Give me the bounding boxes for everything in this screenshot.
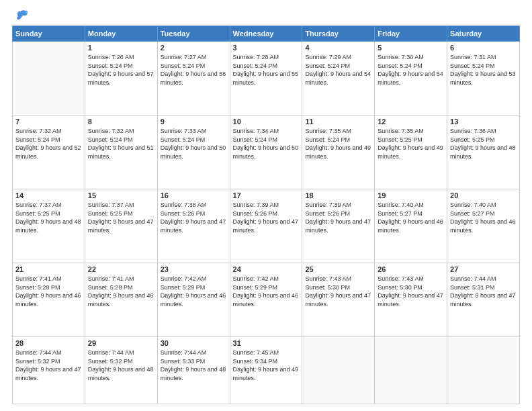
day-number: 3 [233,44,300,52]
sunrise-label: Sunrise: 7:37 AM [88,201,134,208]
calendar-cell: 25Sunrise: 7:43 AMSunset: 5:30 PMDayligh… [302,263,375,337]
sun-info: Sunrise: 7:39 AMSunset: 5:26 PMDaylight:… [305,201,371,234]
sunrise-label: Sunrise: 7:41 AM [88,275,134,282]
daylight-label: Daylight: 9 hours and 48 minutes. [88,366,154,381]
sunset-label: Sunset: 5:24 PM [305,136,350,143]
daylight-label: Daylight: 9 hours and 47 minutes. [15,366,81,381]
daylight-label: Daylight: 9 hours and 47 minutes. [450,292,516,308]
calendar-cell: 30Sunrise: 7:44 AMSunset: 5:33 PMDayligh… [157,337,230,404]
sun-info: Sunrise: 7:35 AMSunset: 5:25 PMDaylight:… [378,127,444,161]
sun-info: Sunrise: 7:43 AMSunset: 5:30 PMDaylight:… [305,275,371,308]
sunset-label: Sunset: 5:24 PM [378,62,423,69]
logo [12,12,28,20]
sun-info: Sunrise: 7:36 AMSunset: 5:25 PMDaylight:… [450,127,517,161]
sunrise-label: Sunrise: 7:32 AM [88,128,134,134]
sun-info: Sunrise: 7:44 AMSunset: 5:31 PMDaylight:… [450,275,517,308]
daylight-label: Daylight: 9 hours and 47 minutes. [378,292,443,308]
sunrise-label: Sunrise: 7:40 AM [450,201,496,208]
calendar-cell: 15Sunrise: 7:37 AMSunset: 5:25 PMDayligh… [85,189,157,263]
daylight-label: Daylight: 9 hours and 47 minutes. [305,218,371,234]
sun-info: Sunrise: 7:35 AMSunset: 5:24 PMDaylight:… [305,127,371,161]
sunset-label: Sunset: 5:27 PM [450,210,495,217]
calendar-table: SundayMondayTuesdayWednesdayThursdayFrid… [12,26,520,404]
sunrise-label: Sunrise: 7:35 AM [378,128,424,134]
calendar-cell: 14Sunrise: 7:37 AMSunset: 5:25 PMDayligh… [13,189,85,263]
day-number: 4 [305,44,371,52]
col-header-monday: Monday [85,26,157,42]
sun-info: Sunrise: 7:44 AMSunset: 5:33 PMDaylight:… [161,349,227,382]
day-number: 15 [88,191,154,199]
sunset-label: Sunset: 5:24 PM [450,62,495,69]
sunrise-label: Sunrise: 7:32 AM [15,128,62,134]
daylight-label: Daylight: 9 hours and 48 minutes. [450,144,516,160]
sun-info: Sunrise: 7:45 AMSunset: 5:34 PMDaylight:… [233,349,300,382]
sunset-label: Sunset: 5:27 PM [378,210,423,217]
sunset-label: Sunset: 5:32 PM [15,358,60,365]
sunset-label: Sunset: 5:24 PM [15,136,60,143]
daylight-label: Daylight: 9 hours and 46 minutes. [15,292,81,308]
day-number: 27 [450,265,517,273]
week-row-5: 28Sunrise: 7:44 AMSunset: 5:32 PMDayligh… [13,337,520,404]
col-header-sunday: Sunday [13,26,85,42]
calendar-cell: 22Sunrise: 7:41 AMSunset: 5:28 PMDayligh… [85,263,157,337]
day-number: 5 [378,44,444,52]
sunrise-label: Sunrise: 7:44 AM [161,349,207,356]
col-header-saturday: Saturday [447,26,520,42]
daylight-label: Daylight: 9 hours and 53 minutes. [450,71,516,86]
calendar-cell: 11Sunrise: 7:35 AMSunset: 5:24 PMDayligh… [302,116,375,189]
daylight-label: Daylight: 9 hours and 47 minutes. [305,292,371,308]
sunset-label: Sunset: 5:24 PM [88,136,133,143]
daylight-label: Daylight: 9 hours and 46 minutes. [161,292,226,308]
calendar-cell: 3Sunrise: 7:28 AMSunset: 5:24 PMDaylight… [230,42,302,116]
week-row-1: 1Sunrise: 7:26 AMSunset: 5:24 PMDaylight… [13,42,520,116]
calendar-cell: 17Sunrise: 7:39 AMSunset: 5:26 PMDayligh… [230,189,302,263]
day-number: 28 [15,339,82,347]
day-number: 6 [450,44,517,52]
daylight-label: Daylight: 9 hours and 57 minutes. [88,71,154,86]
day-number: 10 [233,118,300,126]
daylight-label: Daylight: 9 hours and 54 minutes. [305,71,371,86]
sunset-label: Sunset: 5:33 PM [161,358,206,365]
sunrise-label: Sunrise: 7:43 AM [305,275,351,282]
sunrise-label: Sunrise: 7:37 AM [15,201,62,208]
sunrise-label: Sunrise: 7:39 AM [305,201,351,208]
day-number: 17 [233,191,300,199]
daylight-label: Daylight: 9 hours and 50 minutes. [233,144,299,160]
daylight-label: Daylight: 9 hours and 49 minutes. [378,144,443,160]
sunrise-label: Sunrise: 7:44 AM [15,349,62,356]
sunrise-label: Sunrise: 7:33 AM [161,128,207,134]
calendar-cell: 27Sunrise: 7:44 AMSunset: 5:31 PMDayligh… [447,263,520,337]
sunrise-label: Sunrise: 7:38 AM [161,201,207,208]
calendar-cell [447,337,520,404]
sunrise-label: Sunrise: 7:27 AM [161,54,207,60]
sunrise-label: Sunrise: 7:44 AM [450,275,496,282]
daylight-label: Daylight: 9 hours and 52 minutes. [15,144,81,160]
sun-info: Sunrise: 7:29 AMSunset: 5:24 PMDaylight:… [305,53,371,87]
daylight-label: Daylight: 9 hours and 54 minutes. [378,71,443,86]
sun-info: Sunrise: 7:26 AMSunset: 5:24 PMDaylight:… [88,53,154,87]
sunset-label: Sunset: 5:26 PM [305,210,350,217]
daylight-label: Daylight: 9 hours and 49 minutes. [305,144,371,160]
sunset-label: Sunset: 5:31 PM [450,284,495,291]
day-number: 11 [305,118,371,126]
sun-info: Sunrise: 7:44 AMSunset: 5:32 PMDaylight:… [88,349,154,382]
sunrise-label: Sunrise: 7:40 AM [378,201,424,208]
sunset-label: Sunset: 5:29 PM [161,284,206,291]
sunset-label: Sunset: 5:28 PM [88,284,133,291]
sunrise-label: Sunrise: 7:43 AM [378,275,424,282]
daylight-label: Daylight: 9 hours and 46 minutes. [378,218,443,234]
sun-info: Sunrise: 7:42 AMSunset: 5:29 PMDaylight:… [161,275,227,308]
sun-info: Sunrise: 7:38 AMSunset: 5:26 PMDaylight:… [161,201,227,234]
sun-info: Sunrise: 7:34 AMSunset: 5:24 PMDaylight:… [233,127,300,161]
sun-info: Sunrise: 7:32 AMSunset: 5:24 PMDaylight:… [15,127,82,161]
calendar-cell: 28Sunrise: 7:44 AMSunset: 5:32 PMDayligh… [13,337,85,404]
calendar-cell: 21Sunrise: 7:41 AMSunset: 5:28 PMDayligh… [13,263,85,337]
sun-info: Sunrise: 7:27 AMSunset: 5:24 PMDaylight:… [161,53,227,87]
daylight-label: Daylight: 9 hours and 46 minutes. [450,218,516,234]
daylight-label: Daylight: 9 hours and 50 minutes. [161,144,226,160]
sun-info: Sunrise: 7:37 AMSunset: 5:25 PMDaylight:… [15,201,82,234]
sun-info: Sunrise: 7:33 AMSunset: 5:24 PMDaylight:… [161,127,227,161]
calendar-cell: 19Sunrise: 7:40 AMSunset: 5:27 PMDayligh… [375,189,447,263]
sun-info: Sunrise: 7:44 AMSunset: 5:32 PMDaylight:… [15,349,82,382]
sunset-label: Sunset: 5:24 PM [305,62,350,69]
